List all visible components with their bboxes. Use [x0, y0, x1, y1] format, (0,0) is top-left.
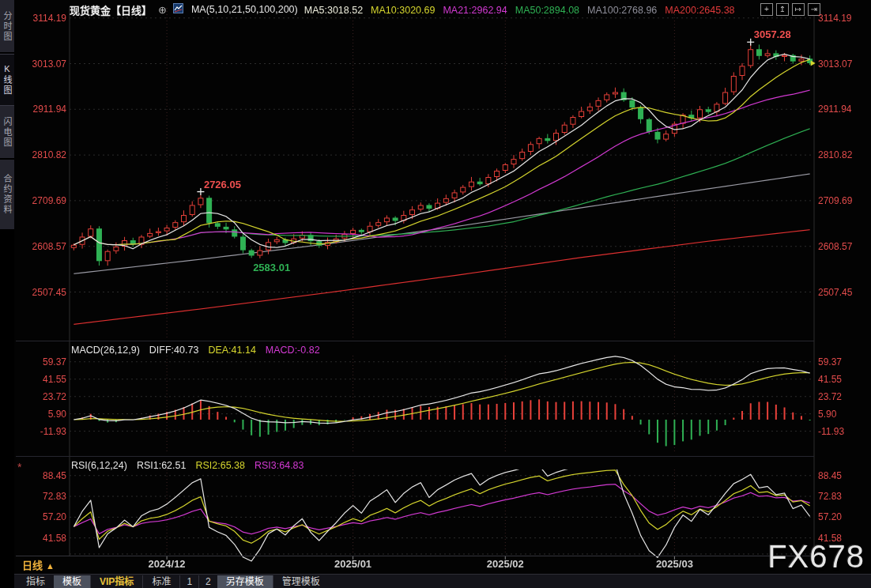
ma-values-group: MA5:3018.52MA10:3020.69MA21:2962.94MA50:… [304, 2, 743, 17]
toolbar-item-vip-indicator[interactable]: VIP指标 [90, 575, 142, 588]
macd-tick-right-0: 59.37 [818, 356, 867, 368]
sidebar-tab-time-chart[interactable]: 分时图 [0, 0, 14, 54]
main-price-tick-left-1: 3013.07 [19, 58, 66, 70]
ma-value-3: MA50:2894.08 [515, 5, 579, 16]
main-price-tick-right-5: 2608.57 [818, 241, 867, 252]
bottom-toolbar: 指标模板VIP指标标准12另存模板管理模板 [14, 574, 871, 588]
period-arrow-icon: ▲ [46, 561, 55, 571]
ma-value-4: MA100:2768.96 [587, 5, 657, 16]
ma-value-5: MA200:2645.38 [665, 5, 734, 16]
month-label-2024/12: 2024/12 [135, 558, 198, 570]
watermark: FX678 [767, 539, 865, 575]
axis-pan-icon[interactable]: ↦ [792, 3, 805, 16]
month-label-2025/02: 2025/02 [473, 558, 537, 570]
macd-header-part-0: MACD(26,12,9) [71, 345, 140, 356]
main-price-tick-right-1: 3013.07 [818, 58, 867, 70]
topbar: 现货黄金【日线】 ⊕ MA(5,10,21,50,100,200) MA5:30… [70, 0, 743, 19]
sidebar-tab-contract-info[interactable]: 合约资料 [0, 160, 14, 231]
rsi-header-part-3: RSI3:64.83 [255, 460, 304, 471]
toolbar-item-2[interactable]: 2 [198, 575, 217, 588]
ma-value-2: MA21:2962.94 [443, 5, 507, 16]
main-price-tick-left-4: 2709.69 [19, 195, 66, 206]
crosshair-tool-icon[interactable]: + [760, 3, 773, 16]
rsi-tick-left-3: 41.58 [19, 533, 66, 544]
month-label-2025/01: 2025/01 [322, 558, 385, 570]
macd-tick-left-4: -11.93 [19, 426, 66, 437]
rsi-tick-right-0: 88.45 [818, 470, 867, 481]
price-annotation-2583.01: 2583.01 [253, 262, 290, 273]
chart-tool-buttons: +↥↦⇥ [760, 3, 820, 16]
time-axis-separator [16, 556, 816, 556]
rsi-tick-right-2: 57.20 [818, 511, 867, 522]
main-price-tick-left-6: 2507.45 [19, 287, 66, 298]
price-annotation-2726.05: 2726.05 [204, 179, 241, 190]
ma-value-0: MA5:3018.52 [304, 5, 363, 16]
add-overlay-icon[interactable]: ⊕ [158, 5, 167, 15]
macd-header: MACD(26,12,9)DIFF:40.73DEA:41.14MACD:-0.… [71, 345, 320, 356]
main-price-tick-left-0: 3114.19 [19, 13, 66, 24]
sidebar-tab-kline-chart[interactable]: K线图 [0, 54, 14, 106]
toolbar-item-save-template[interactable]: 另存模板 [217, 575, 273, 588]
toolbar-item-manage-template[interactable]: 管理模板 [273, 575, 329, 588]
main-price-tick-left-5: 2608.57 [19, 241, 66, 252]
main-price-tick-left-3: 2810.82 [19, 149, 66, 160]
main-price-tick-right-3: 2810.82 [818, 149, 867, 160]
ma-value-1: MA10:3020.69 [371, 5, 435, 16]
trading-app-window: 分时图K线图闪电图合约资料 现货黄金【日线】 ⊕ MA(5,10,21,50,1… [0, 0, 871, 588]
rsi-header: RSI(6,12,24)RSI1:62.51RSI2:65.38RSI3:64.… [71, 460, 304, 471]
period-text: 日线 [22, 560, 43, 571]
rsi-tick-left-0: 88.45 [19, 470, 66, 481]
sidebar-tab-lightning-chart[interactable]: 闪电图 [0, 106, 14, 160]
main-price-tick-right-2: 2911.94 [818, 104, 867, 115]
price-annotation-3057.28: 3057.28 [754, 28, 791, 40]
macd-tick-right-2: 23.72 [818, 391, 867, 402]
mini-line-chart-icon [173, 2, 183, 17]
left-tab-rail: 分时图K线图闪电图合约资料 [0, 0, 14, 588]
month-label-2025/03: 2025/03 [643, 558, 706, 570]
rsi-tick-left-2: 57.20 [19, 511, 66, 522]
symbol-title: 现货黄金【日线】 [70, 2, 152, 17]
toolbar-item-indicator[interactable]: 指标 [17, 575, 54, 588]
rsi-tick-left-1: 72.83 [19, 491, 66, 502]
macd-header-part-1: DIFF:40.73 [149, 345, 199, 356]
main-price-tick-left-2: 2911.94 [19, 104, 66, 115]
main-price-tick-right-4: 2709.69 [818, 195, 867, 206]
main-price-tick-right-0: 3114.19 [818, 13, 867, 24]
ma-params-label: MA(5,10,21,50,100,200) [191, 4, 298, 15]
chart-canvas[interactable] [0, 0, 871, 588]
main-price-tick-right-6: 2507.45 [818, 287, 867, 298]
macd-header-part-3: MACD:-0.82 [266, 345, 320, 356]
macd-tick-left-1: 41.55 [19, 374, 66, 385]
rsi-header-part-1: RSI1:62.51 [137, 460, 187, 471]
macd-header-part-2: DEA:41.14 [208, 345, 255, 356]
rsi-header-part-2: RSI2:65.38 [195, 460, 245, 471]
axis-zoom-icon[interactable]: ↥ [776, 3, 789, 16]
period-label[interactable]: 日线▲ [22, 557, 55, 572]
macd-tick-left-0: 59.37 [19, 356, 66, 368]
toolbar-item-template[interactable]: 模板 [54, 575, 90, 588]
macd-tick-right-4: -11.93 [818, 426, 867, 437]
macd-tick-right-1: 41.55 [818, 374, 867, 385]
rsi-tick-right-1: 72.83 [818, 491, 867, 502]
rsi-header-part-0: RSI(6,12,24) [71, 460, 127, 471]
macd-tick-right-3: 5.90 [818, 409, 867, 420]
macd-tick-left-3: 5.90 [19, 409, 66, 420]
toolbar-item-1[interactable]: 1 [179, 575, 198, 588]
toolbar-item-standard[interactable]: 标准 [142, 575, 179, 588]
macd-tick-left-2: 23.72 [19, 391, 66, 402]
